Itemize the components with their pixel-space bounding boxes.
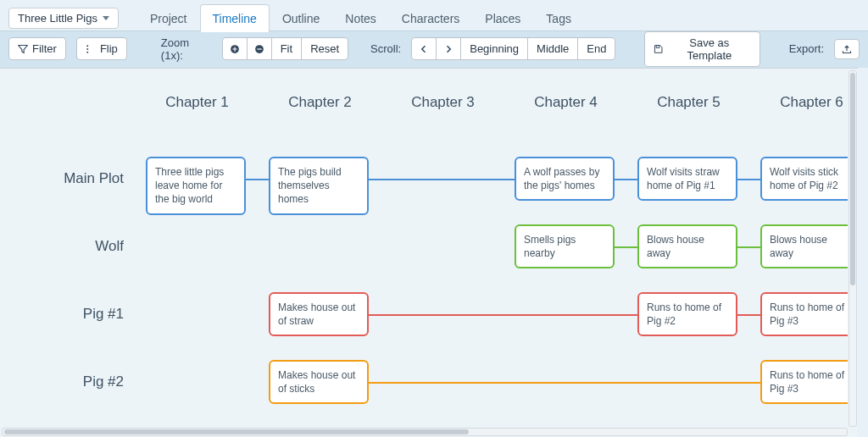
tab-timeline[interactable]: Timeline — [200, 4, 270, 32]
track-label[interactable]: Main Plot — [5, 170, 124, 187]
track-label[interactable]: Wolf — [5, 238, 124, 255]
export-icon — [842, 44, 852, 54]
chevron-left-icon — [419, 44, 429, 54]
timeline-card[interactable]: Wolf visits stick home of Pig #2 — [760, 157, 848, 201]
zoom-fit-button[interactable]: Fit — [271, 37, 302, 60]
tab-notes[interactable]: Notes — [332, 4, 389, 32]
timeline-card[interactable]: Runs to home of Pig #2 — [637, 292, 737, 336]
timeline-card[interactable]: The pigs build themselves homes — [269, 157, 369, 215]
scroll-right-button[interactable] — [436, 37, 461, 60]
track-line — [146, 179, 848, 180]
track-label[interactable]: Pig #2 — [5, 373, 124, 390]
tab-places[interactable]: Places — [472, 4, 533, 32]
project-dropdown[interactable]: Three Little Pigs — [8, 8, 119, 29]
scroll-left-button[interactable] — [411, 37, 437, 60]
tab-project[interactable]: Project — [137, 4, 200, 32]
nav-tabs: ProjectTimelineOutlineNotesCharactersPla… — [137, 4, 584, 32]
chapter-header[interactable]: Chapter 6 — [750, 94, 848, 111]
svg-point-2 — [86, 51, 88, 53]
flip-button[interactable]: Flip — [76, 37, 127, 60]
flip-label: Flip — [100, 42, 118, 55]
tab-tags[interactable]: Tags — [533, 4, 584, 32]
plus-circle-icon — [230, 44, 240, 54]
export-label: Export: — [789, 42, 824, 55]
zoom-label: Zoom (1x): — [161, 36, 212, 62]
timeline-card[interactable]: Wolf visits straw home of Pig #1 — [637, 157, 737, 201]
flip-icon — [86, 44, 96, 54]
horizontal-scrollbar[interactable] — [2, 428, 848, 436]
track-label[interactable]: Pig #1 — [5, 306, 124, 323]
chapter-header[interactable]: Chapter 3 — [381, 94, 504, 111]
timeline-pane[interactable]: Chapter 1Chapter 2Chapter 3Chapter 4Chap… — [0, 69, 848, 427]
timeline-grid: Three little pigs leave home for the big… — [136, 136, 848, 427]
save-icon — [654, 44, 663, 54]
scroll-end-button[interactable]: End — [577, 37, 615, 60]
zoom-in-button[interactable] — [222, 37, 248, 60]
chapter-header[interactable]: Chapter 4 — [504, 94, 627, 111]
timeline-card[interactable]: Blows house away — [760, 224, 848, 268]
save-template-label: Save as Template — [668, 36, 751, 62]
timeline-card[interactable]: Smells pigs nearby — [515, 224, 615, 268]
chapter-header[interactable]: Chapter 5 — [627, 94, 750, 111]
chapter-header[interactable]: Chapter 1 — [136, 94, 259, 111]
scroll-buttons: Beginning Middle End — [411, 37, 615, 60]
zoom-reset-button[interactable]: Reset — [301, 37, 348, 60]
scroll-beginning-button[interactable]: Beginning — [460, 37, 528, 60]
timeline-card[interactable]: Makes house out of straw — [269, 292, 369, 336]
scroll-label: Scroll: — [370, 42, 401, 55]
timeline-card[interactable]: Blows house away — [637, 224, 737, 268]
minus-circle-icon — [254, 44, 264, 54]
project-name: Three Little Pigs — [18, 12, 97, 25]
filter-button[interactable]: Filter — [8, 37, 66, 60]
chevron-right-icon — [443, 44, 453, 54]
tab-characters[interactable]: Characters — [389, 4, 472, 32]
scroll-middle-button[interactable]: Middle — [527, 37, 578, 60]
tab-outline[interactable]: Outline — [270, 4, 332, 32]
top-bar: Three Little Pigs ProjectTimelineOutline… — [0, 0, 868, 30]
filter-label: Filter — [32, 42, 57, 55]
vertical-scrollbar-thumb[interactable] — [850, 73, 855, 285]
timeline-card[interactable]: Three little pigs leave home for the big… — [146, 157, 246, 215]
timeline-area: Chapter 1Chapter 2Chapter 3Chapter 4Chap… — [0, 68, 858, 437]
timeline-card[interactable]: A wolf passes by the pigs' homes — [515, 157, 615, 201]
caret-down-icon — [103, 16, 109, 20]
svg-point-0 — [86, 45, 88, 47]
timeline-card[interactable]: Runs to home of Pig #3 — [760, 360, 848, 404]
zoom-buttons: Fit Reset — [222, 37, 348, 60]
toolbar: Filter Flip Zoom (1x): Fit Reset Scroll:… — [0, 30, 868, 68]
horizontal-scrollbar-thumb[interactable] — [4, 429, 469, 434]
filter-icon — [18, 44, 28, 54]
zoom-out-button[interactable] — [247, 37, 272, 60]
timeline-card[interactable]: Makes house out of sticks — [269, 360, 369, 404]
svg-point-1 — [86, 48, 88, 50]
save-template-button[interactable]: Save as Template — [644, 31, 760, 67]
timeline-card[interactable]: Runs to home of Pig #3 — [760, 292, 848, 336]
vertical-scrollbar[interactable] — [849, 70, 857, 427]
svg-rect-5 — [657, 45, 660, 47]
chapter-header-row: Chapter 1Chapter 2Chapter 3Chapter 4Chap… — [136, 94, 848, 119]
export-button[interactable] — [834, 39, 860, 59]
chapter-header[interactable]: Chapter 2 — [259, 94, 381, 111]
